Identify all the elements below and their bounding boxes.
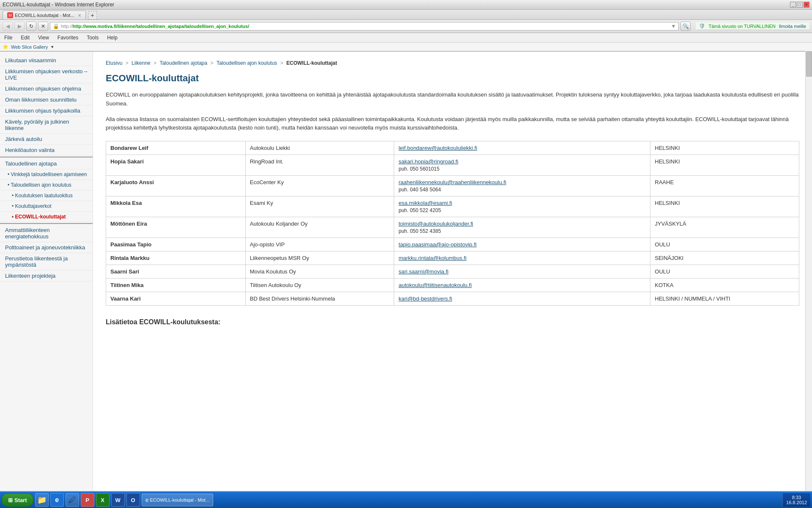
clock-date: 16.8.2012	[786, 500, 807, 505]
breadcrumb-koulutus[interactable]: Taloudellisen ajon koulutus	[217, 60, 277, 66]
sidebar-item-koulutus[interactable]: • Taloudellisen ajon koulutus	[0, 180, 93, 190]
maximize-button[interactable]: □	[797, 2, 803, 8]
report-link[interactable]: Ilmoita meille	[779, 24, 806, 29]
taskbar: ⊞ Start 📁 e 🖊 P X W O e ECOWILL-koulutta…	[0, 491, 812, 508]
clock-time: 8:33	[786, 495, 807, 500]
trainer-phone: puh. 050 552 4385	[398, 228, 646, 234]
menu-bar: File Edit View Favorites Tools Help	[0, 33, 812, 43]
back-button[interactable]: ◀	[3, 22, 13, 31]
tab-close-1[interactable]: ✕	[78, 13, 81, 18]
sidebar-divider-2	[0, 223, 93, 224]
page-container: Liikutaan viisaammin Liikkumisen ohjauks…	[0, 52, 812, 508]
taskbar-active-app[interactable]: e ECOWILL-kouluttajat - Mot...	[142, 494, 213, 506]
trainer-org: Autokoulu Koljander Oy	[245, 217, 394, 238]
start-icon: ⊞	[8, 497, 13, 503]
close-button[interactable]: ✕	[804, 2, 809, 8]
new-tab-button[interactable]: +	[88, 11, 97, 19]
trainer-email-link[interactable]: autokoulu@tiitisenautokoulu.fi	[398, 282, 472, 288]
nav-extras: 🔍	[680, 22, 691, 31]
sidebar: Liikutaan viisaammin Liikkumisen ohjauks…	[0, 52, 93, 508]
trainer-email-link[interactable]: sari.saarni@movia.fi	[398, 268, 448, 275]
stop-button[interactable]: ✕	[38, 22, 48, 31]
sidebar-item-projekteja[interactable]: Liikenteen projekteja	[0, 271, 93, 282]
taskbar-icon-ie[interactable]: e	[50, 493, 64, 507]
trainer-name: Tiitinen Mika	[106, 279, 246, 292]
sidebar-item-live[interactable]: Liikkumisen ohjauksen verkosto – LIVE	[0, 66, 93, 83]
table-row: Rintala MarkkuLiikenneopetus MSR Oymarkk…	[106, 251, 799, 265]
sidebar-item-ecowill[interactable]: • ECOWILL-kouluttajat	[0, 212, 93, 222]
favorites-icon[interactable]: ⭐	[3, 44, 8, 50]
sidebar-item-ohjelma[interactable]: Liikkumisen ohjauksen ohjelma	[0, 83, 93, 94]
sidebar-item-taloudellinen[interactable]: Taloudellinen ajotapa	[0, 158, 93, 169]
taskbar-icon-word[interactable]: W	[111, 493, 125, 507]
forward-button[interactable]: ▶	[14, 22, 25, 31]
trainer-email-link[interactable]: leif.bondarew@autokoululiekki.fi	[398, 145, 477, 151]
refresh-button[interactable]: ↻	[26, 22, 36, 31]
trainer-email-link[interactable]: markku.rintala@kolumbus.fi	[398, 255, 466, 261]
taskbar-icon-ppt[interactable]: P	[81, 493, 94, 507]
trainer-org: Autokoulu Liekki	[245, 141, 394, 155]
scrollbar-track[interactable]	[805, 51, 812, 491]
table-row: Hopia SakariRingRoad Int.sakari.hopia@ri…	[106, 155, 799, 176]
table-row: Paasimaa TapioAjo-opisto VIPtapio.paasim…	[106, 238, 799, 251]
trainer-city: OULU	[650, 265, 799, 279]
minimize-button[interactable]: _	[790, 2, 796, 8]
table-row: Saarni SariMovia Koulutus Oysari.saarni@…	[106, 265, 799, 279]
trainers-table: Bondarew LeifAutokoulu Liekkileif.bondar…	[106, 141, 799, 306]
sidebar-item-oman[interactable]: Oman liikkumisen suunnittelu	[0, 94, 93, 105]
menu-view[interactable]: View	[36, 34, 51, 41]
trainer-org: Liikenneopetus MSR Oy	[245, 251, 394, 265]
sidebar-item-poltto[interactable]: Polttoaineet ja ajoneuvotekniikka	[0, 242, 93, 253]
favorites-label[interactable]: Web Slice Gallery	[11, 44, 48, 50]
sidebar-item-liikutaan[interactable]: Liikutaan viisaammin	[0, 55, 93, 66]
sidebar-item-vinkkeja[interactable]: • Vinkkejä taloudelliseen ajamiseen	[0, 169, 93, 180]
scrollbar-thumb[interactable]	[806, 51, 812, 77]
breadcrumb-taloudellinen[interactable]: Taloudellinen ajotapa	[159, 60, 207, 66]
trainer-email-link[interactable]: toimisto@autokoulukoljander.fi	[398, 221, 473, 227]
trainer-contact: esa.mikkola@esami.fipuh. 050 522 4205	[394, 196, 650, 217]
taskbar-icon-outlook[interactable]: O	[126, 493, 140, 507]
trainer-email-link[interactable]: esa.mikkola@esami.fi	[398, 200, 452, 206]
trainer-contact: autokoulu@tiitisenautokoulu.fi	[394, 279, 650, 292]
menu-favorites[interactable]: Favorites	[56, 34, 80, 41]
trainer-contact: kari@bd-bestdrivers.fi	[394, 292, 650, 306]
menu-edit[interactable]: Edit	[19, 34, 31, 41]
search-button[interactable]: 🔍	[680, 22, 691, 31]
menu-file[interactable]: File	[3, 34, 14, 41]
trainer-email-link[interactable]: tapio.paasimaa@ajo-opistovip.fi	[398, 241, 476, 248]
address-bar[interactable]: 🔒 http://http://www.motiva.fi/liikenne/t…	[50, 22, 679, 30]
favorites-dropdown[interactable]: ▼	[50, 45, 54, 49]
trainer-org: RingRoad Int.	[245, 155, 394, 176]
taskbar-icon-folder[interactable]: 📁	[35, 493, 49, 507]
trainer-contact: tapio.paasimaa@ajo-opistovip.fi	[394, 238, 650, 251]
menu-help[interactable]: Help	[105, 34, 119, 41]
breadcrumb-liikenne[interactable]: Liikenne	[132, 60, 151, 66]
trainer-contact: sari.saarni@movia.fi	[394, 265, 650, 279]
trainer-org: EcoCenter Ky	[245, 176, 394, 196]
trainer-city: OULU	[650, 238, 799, 251]
trainer-org: Movia Koulutus Oy	[245, 265, 394, 279]
menu-tools[interactable]: Tools	[85, 34, 100, 41]
taskbar-icon-app1[interactable]: 🖊	[66, 493, 79, 507]
start-button[interactable]: ⊞ Start	[2, 493, 33, 507]
trainer-email-link[interactable]: sakari.hopia@ringroad.fi	[398, 158, 458, 165]
taskbar-app-icon: e	[145, 497, 149, 503]
window-buttons: _ □ ✕	[790, 2, 809, 8]
sidebar-item-laatu[interactable]: • Koulutuksen laatuluokitus	[0, 190, 93, 201]
sidebar-item-perustietoa[interactable]: Perustietoa liikenteestä ja ympäristöstä	[0, 253, 93, 271]
sidebar-item-henkiloauto[interactable]: Henkilöauton valinta	[0, 145, 93, 156]
trainer-city: RAAHE	[650, 176, 799, 196]
taskbar-icon-excel[interactable]: X	[96, 493, 110, 507]
sidebar-item-kavely[interactable]: Kävely, pyöräily ja julkinen liikenne	[0, 116, 93, 134]
address-icon: 🔒	[53, 23, 59, 29]
sidebar-item-ammatti[interactable]: Ammattiiliikenteen energiatehokkuus	[0, 225, 93, 242]
trainer-org: Ajo-opisto VIP	[245, 238, 394, 251]
sidebar-item-kouluttajaverkot[interactable]: • Kouluttajaverkot	[0, 201, 93, 212]
breadcrumb-etusivu[interactable]: Etusivu	[106, 60, 122, 66]
trainer-email-link[interactable]: raahenliikennekoulu@raahenliikennekoulu.…	[398, 179, 506, 185]
trainer-email-link[interactable]: kari@bd-bestdrivers.fi	[398, 295, 452, 302]
tab-1[interactable]: M ECOWILL-kouluttajat - Mot... ✕	[3, 11, 86, 19]
sidebar-item-jarkeva[interactable]: Järkevä autoilu	[0, 134, 93, 145]
address-dropdown-icon[interactable]: ▼	[671, 23, 676, 29]
sidebar-item-tyopaikoilla[interactable]: Liikkumisen ohjaus työpaikoilla	[0, 105, 93, 116]
